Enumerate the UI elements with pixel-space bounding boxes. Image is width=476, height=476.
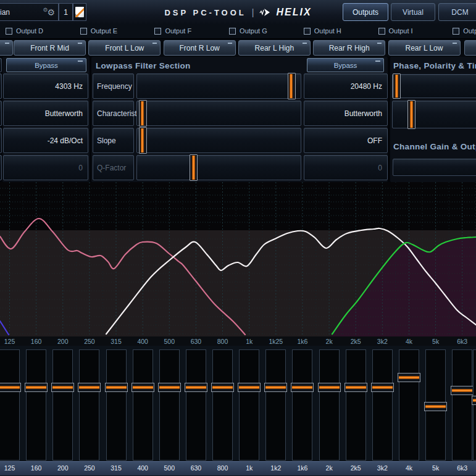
- eq-slider-200[interactable]: [52, 349, 73, 461]
- output-checkbox[interactable]: [80, 28, 87, 35]
- lowpass-section-title: Lowpass Filter Section: [96, 61, 191, 70]
- channel-button[interactable]: Rear L High: [238, 40, 311, 56]
- filter-value-field[interactable]: Butterworth: [3, 101, 88, 126]
- eq-slider-handle[interactable]: [185, 383, 207, 392]
- top-button-outputs[interactable]: Outputs: [343, 3, 388, 21]
- top-button-dcm[interactable]: DCM: [438, 3, 476, 21]
- slider-handle[interactable]: [407, 100, 415, 129]
- eq-slider-handle[interactable]: [264, 383, 287, 392]
- slider-handle[interactable]: [139, 100, 147, 127]
- eq-slider-handle[interactable]: [371, 383, 394, 392]
- q-factor-slider[interactable]: [136, 155, 301, 180]
- eq-slider-1k6[interactable]: [292, 349, 312, 461]
- eq-slider-handle[interactable]: [318, 383, 341, 392]
- preset-field[interactable]: ian ⚙: [0, 3, 59, 21]
- slider-handle[interactable]: [190, 154, 198, 181]
- eq-slider-handle[interactable]: [472, 396, 476, 405]
- svg-text:160: 160: [31, 338, 42, 345]
- channel-button-partial-left[interactable]: [0, 40, 13, 56]
- filter-value-field[interactable]: OFF: [304, 128, 388, 153]
- eq-slider-handle[interactable]: [451, 386, 474, 395]
- eq-slider-1k2[interactable]: [265, 349, 286, 461]
- channel-gain-field[interactable]: [393, 159, 476, 176]
- graphic-eq-panel: 1251602002503154005006308001k1k21k62k2k5…: [0, 346, 476, 476]
- edit-button[interactable]: [73, 3, 86, 21]
- filter-value-field[interactable]: 20480 Hz: [304, 73, 388, 99]
- gear-icon[interactable]: ⚙: [47, 6, 55, 19]
- filter-value-field[interactable]: -24 dB/Oct: [3, 128, 88, 153]
- eq-slider-125[interactable]: [0, 349, 20, 461]
- eq-slider-handle[interactable]: [238, 383, 261, 392]
- slope-slider[interactable]: [136, 128, 301, 153]
- frequency-response-graph: 1251602002503154005006308001k1k251k62k2k…: [0, 182, 476, 346]
- output-checkbox[interactable]: [453, 28, 459, 35]
- phase-slider-2[interactable]: [392, 101, 476, 128]
- filter-value-field[interactable]: 4303 Hz: [3, 73, 88, 99]
- eq-band-label: 630: [183, 461, 209, 475]
- filter-value-field[interactable]: 0: [304, 155, 388, 180]
- eq-slider-2k5[interactable]: [346, 349, 366, 461]
- channel-button[interactable]: Front R Low: [164, 40, 236, 56]
- eq-slider-160[interactable]: [26, 349, 46, 461]
- eq-slider-handle[interactable]: [424, 402, 447, 411]
- svg-text:6k3: 6k3: [457, 338, 467, 345]
- eq-slider-5k[interactable]: [425, 349, 446, 461]
- eq-slider-630[interactable]: [186, 349, 206, 461]
- eq-slider-handle[interactable]: [211, 383, 234, 392]
- eq-slider-handle[interactable]: [25, 383, 48, 392]
- eq-band-label: 5k: [422, 461, 449, 475]
- eq-band-label: 1k2: [262, 461, 289, 475]
- output-checkbox[interactable]: [154, 28, 161, 35]
- frequency-slider[interactable]: [136, 73, 301, 99]
- slider-handle[interactable]: [288, 73, 296, 99]
- slider-handle[interactable]: [393, 73, 401, 99]
- pencil-icon: [75, 7, 84, 17]
- output-checkbox[interactable]: [6, 28, 12, 35]
- eq-slider-handle[interactable]: [132, 383, 154, 392]
- eq-slider-315[interactable]: [106, 349, 127, 461]
- channel-button[interactable]: Rear L Low: [388, 40, 461, 56]
- output-item: Outp: [453, 27, 476, 35]
- eq-slider-handle[interactable]: [105, 383, 128, 392]
- top-button-virtual[interactable]: Virtual: [391, 3, 435, 21]
- filter-value-field[interactable]: Butterworth: [304, 101, 388, 126]
- title-bar: ian ⚙ 1 DSP PC-TOOL | HELIX OutputsVirtu…: [0, 0, 476, 25]
- preset-number-field[interactable]: 1: [59, 3, 73, 21]
- eq-slider-250[interactable]: [79, 349, 99, 461]
- channel-button-partial-right[interactable]: [464, 40, 476, 56]
- eq-band-label: 160: [23, 461, 49, 475]
- eq-slider-800[interactable]: [212, 349, 233, 461]
- eq-slider-handle[interactable]: [158, 383, 181, 392]
- slider-handle[interactable]: [139, 127, 147, 154]
- phase-slider-1[interactable]: [392, 74, 476, 98]
- eq-slider-2k[interactable]: [319, 349, 340, 461]
- characteristic-slider[interactable]: [136, 101, 301, 126]
- eq-slider-400[interactable]: [133, 349, 153, 461]
- eq-slider-4k[interactable]: [399, 349, 419, 461]
- filter-value-field[interactable]: 0: [3, 155, 88, 180]
- eq-slider-handle[interactable]: [344, 383, 367, 392]
- eq-slider-handle[interactable]: [0, 383, 21, 392]
- eq-slider-handle[interactable]: [51, 383, 74, 392]
- output-checkbox[interactable]: [304, 28, 311, 35]
- edge-cell: [0, 101, 2, 126]
- output-checkbox[interactable]: [229, 28, 236, 35]
- output-label: Output F: [165, 27, 191, 35]
- eq-slider-partial[interactable]: [473, 349, 476, 461]
- bypass-right-button[interactable]: Bypass: [307, 58, 384, 72]
- eq-slider-handle[interactable]: [291, 383, 314, 392]
- eq-slider-6k3[interactable]: [452, 349, 472, 461]
- output-checkbox[interactable]: [378, 28, 385, 35]
- channel-button[interactable]: Rear R High: [313, 40, 385, 56]
- channel-button[interactable]: Front R Mid: [14, 40, 86, 56]
- channel-button[interactable]: Front L Low: [88, 40, 161, 56]
- preset-name: ian: [0, 8, 10, 17]
- eq-slider-1k[interactable]: [239, 349, 259, 461]
- eq-slider-handle[interactable]: [398, 373, 420, 382]
- eq-slider-500[interactable]: [159, 349, 180, 461]
- dsp-pc-tool-window: ian ⚙ 1 DSP PC-TOOL | HELIX OutputsVirtu…: [0, 0, 476, 476]
- eq-slider-3k2[interactable]: [372, 349, 393, 461]
- eq-slider-handle[interactable]: [78, 383, 101, 392]
- bypass-left-button[interactable]: Bypass: [6, 58, 86, 72]
- svg-text:5k: 5k: [432, 338, 440, 345]
